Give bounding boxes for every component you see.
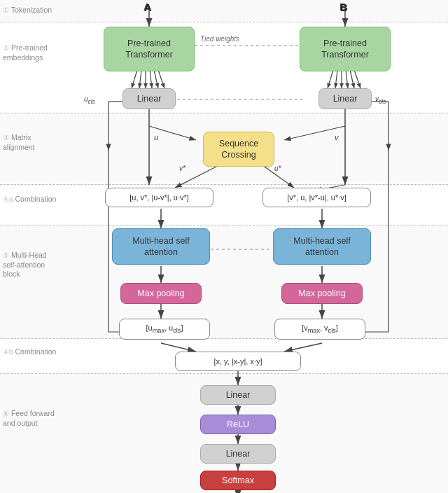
section-label-2: ② Pre-trainedembeddings — [3, 43, 48, 62]
b-label-text: B — [340, 1, 348, 13]
section-tokenization: ① Tokenization — [0, 0, 448, 22]
vcls-label: vcls — [375, 95, 386, 105]
u-label: u — [154, 133, 158, 141]
section-label-4a: ④a Combination — [3, 195, 56, 204]
combination-a-box: [u, v*, |u-v*|, u·v*] — [105, 188, 214, 207]
transformer-a-box: Pre-trained Transformer — [104, 27, 195, 71]
cls-a-box: [umax, ucls] — [119, 319, 210, 340]
section-label-4b: ④b Combination — [3, 347, 56, 357]
section-label-6: ⑥ Feed forwardand output — [3, 409, 55, 428]
combination-b-box: [v*, u, |v*-u|, u*·v] — [262, 188, 371, 207]
linear-a-box: Linear — [122, 88, 176, 109]
linear-b-box: Linear — [318, 88, 372, 109]
v-label: v — [335, 133, 339, 141]
softmax-box: Softmax — [200, 471, 276, 490]
linear2-box: Linear — [200, 444, 276, 464]
section-label-5: ⑤ Multi-Headself-attentionblock — [3, 251, 47, 279]
section-label-1: ① Tokenization — [3, 6, 52, 15]
a-label-text: A — [144, 1, 152, 13]
ucls-label: ucls — [84, 95, 95, 105]
relu-box: ReLU — [200, 415, 276, 434]
maxpool-b-box: Max pooling — [281, 283, 363, 304]
comb4b-box: [x, y, |x-y|, x·y] — [175, 352, 301, 371]
multihead-b-box: Multi-head self attention — [273, 228, 371, 265]
maxpool-a-box: Max pooling — [120, 283, 202, 304]
transformer-b-box: Pre-trained Transformer — [300, 27, 391, 71]
sequence-crossing-box: Sequence Crossing — [203, 132, 274, 167]
section-multihead: ⑤ Multi-Headself-attentionblock — [0, 225, 448, 339]
linear1-box: Linear — [200, 385, 276, 405]
section-comb4a: ④a Combination — [0, 185, 448, 225]
cls-b-box: [vmax, vcls] — [274, 319, 365, 340]
ustar-label: u* — [274, 165, 281, 172]
multihead-a-box: Multi-head self attention — [112, 228, 210, 265]
diagram-container: ① Tokenization ② Pre-trainedembeddings ③… — [0, 0, 448, 493]
section-label-3: ③ Matrixalignment — [3, 133, 35, 152]
vstar-label: v* — [179, 165, 186, 172]
tied-weights-label: Tied weights — [200, 35, 239, 43]
